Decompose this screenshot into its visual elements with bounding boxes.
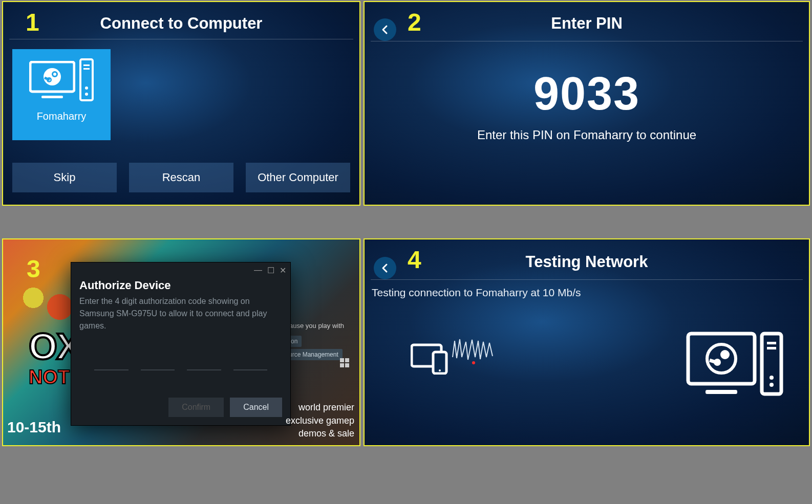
- authorize-device-dialog: — ☐ ✕ Authorize Device Enter the 4 digit…: [71, 262, 291, 426]
- svg-point-2: [44, 68, 61, 85]
- window-controls: — ☐ ✕: [254, 266, 286, 275]
- step-number-4: 4: [408, 246, 421, 274]
- maximize-button[interactable]: ☐: [267, 266, 274, 275]
- svg-rect-9: [83, 68, 90, 70]
- svg-point-11: [85, 93, 88, 96]
- pin-instruction: Enter this PIN on Fomaharry to continue: [365, 128, 809, 142]
- rescan-button[interactable]: Rescan: [129, 163, 233, 192]
- skip-button[interactable]: Skip: [12, 163, 117, 192]
- monitor-steam-icon: [29, 61, 75, 99]
- page-title: Connect to Computer: [3, 14, 359, 33]
- testing-status: Testing connection to Fomaharry at 10 Mb…: [372, 287, 581, 299]
- svg-rect-21: [767, 342, 776, 344]
- network-wave-icon: [452, 337, 498, 362]
- status-indicator-dot: [472, 361, 475, 364]
- promo-text: world premier exclusive gamep demos & sa…: [286, 401, 354, 440]
- pc-tower-icon: [79, 58, 94, 101]
- pin-digit-4[interactable]: [233, 352, 268, 370]
- confirm-button[interactable]: Confirm: [168, 398, 224, 417]
- mobile-device-icon: [411, 342, 451, 375]
- step-number-2: 2: [408, 8, 421, 36]
- panel-authorize-device: 3 OX NOT ed because you play with mulati…: [2, 238, 360, 446]
- svg-point-23: [770, 376, 774, 380]
- pin-digit-1[interactable]: [94, 352, 129, 370]
- close-button[interactable]: ✕: [280, 266, 286, 275]
- panel-enter-pin: 2 Enter PIN 9033 Enter this PIN on Fomah…: [364, 1, 810, 206]
- panel-connect-to-computer: 1 Connect to Computer Fomaharry: [2, 1, 360, 206]
- pin-input-group: [94, 352, 267, 370]
- date-range: 10-15th: [7, 419, 61, 436]
- computer-icon-group: [12, 58, 111, 101]
- cancel-button[interactable]: Cancel: [230, 398, 282, 417]
- svg-rect-8: [83, 64, 90, 66]
- bottom-button-row: Skip Rescan Other Computer: [12, 163, 350, 192]
- panel-testing-network: 4 Testing Network Testing connection to …: [364, 238, 810, 446]
- computer-card[interactable]: Fomaharry: [12, 49, 111, 140]
- pin-code: 9033: [365, 68, 809, 120]
- step-number-1: 1: [26, 8, 39, 36]
- divider: [371, 41, 803, 41]
- svg-point-24: [770, 383, 774, 387]
- divider: [9, 39, 353, 39]
- pin-digit-2[interactable]: [141, 352, 175, 370]
- svg-rect-1: [41, 96, 63, 98]
- svg-point-18: [720, 350, 730, 359]
- other-computer-button[interactable]: Other Computer: [246, 163, 350, 192]
- game-title-line2: NOT: [29, 366, 70, 388]
- dialog-title: Authorize Device: [79, 279, 171, 292]
- host-pc-steam-icon: [686, 332, 783, 398]
- dialog-body: Enter the 4 digit authorization code sho…: [79, 295, 282, 332]
- dialog-button-row: Confirm Cancel: [168, 398, 282, 417]
- svg-point-14: [439, 369, 441, 371]
- pin-digit-3[interactable]: [187, 352, 221, 370]
- svg-rect-22: [767, 347, 776, 349]
- svg-point-10: [85, 86, 88, 90]
- step-number-3: 3: [27, 255, 40, 283]
- divider: [371, 279, 803, 280]
- svg-rect-16: [706, 390, 737, 394]
- computer-name-label: Fomaharry: [12, 111, 111, 122]
- page-title: Testing Network: [365, 253, 809, 271]
- svg-point-4: [53, 73, 56, 76]
- svg-point-17: [707, 344, 736, 373]
- windows-platform-icon: [340, 358, 350, 368]
- svg-rect-15: [688, 334, 755, 384]
- page-title: Enter PIN: [365, 14, 809, 33]
- minimize-button[interactable]: —: [254, 266, 262, 275]
